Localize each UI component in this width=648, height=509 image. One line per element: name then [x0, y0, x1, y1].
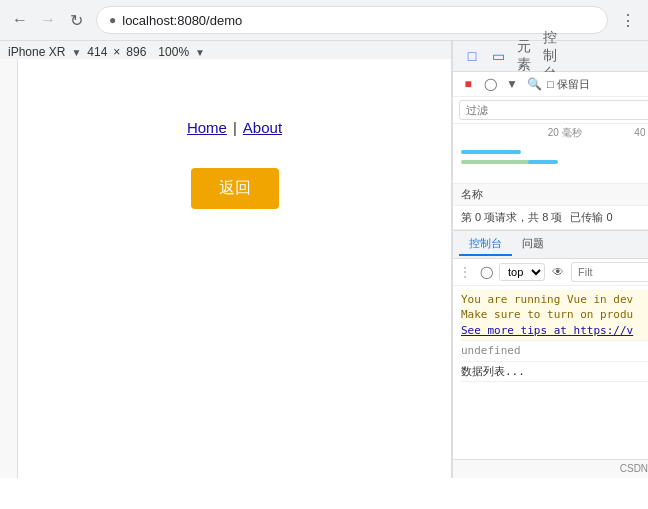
- nav-separator: |: [233, 119, 237, 136]
- lock-icon: ●: [109, 13, 116, 27]
- console-toolbar: ⋮ ◯ top 👁: [453, 259, 648, 286]
- bottom-bar: CSDN @可爱的小土豆: [453, 459, 648, 478]
- data-list-msg: 数据列表...: [461, 362, 648, 382]
- column-header: 名称: [453, 184, 648, 206]
- filter-input[interactable]: [459, 100, 648, 120]
- reload-button[interactable]: ↻: [64, 8, 88, 32]
- transferred-stat: 已传输 0: [570, 210, 612, 225]
- timeline-bars: [453, 142, 648, 182]
- console-tab[interactable]: 控制台: [539, 45, 561, 67]
- tl-40ms: 40 毫: [634, 126, 648, 140]
- preserve-label: □ 保留日: [547, 77, 590, 92]
- back-btn[interactable]: 返回: [191, 168, 279, 209]
- search-btn[interactable]: 🔍: [525, 75, 543, 93]
- forward-button[interactable]: →: [36, 8, 60, 32]
- console-tabs: 控制台 问题: [453, 230, 648, 259]
- more-button[interactable]: ⋮: [616, 8, 640, 32]
- tl-bar-blue2: [528, 160, 558, 164]
- requests-stat: 第 0 项请求，共 8 项: [461, 210, 562, 225]
- devtools-header: □ ▭ 元素 控制台: [453, 41, 648, 72]
- vue-warning-msg: You are running Vue in dev Make sure to …: [461, 290, 648, 341]
- zoom-value: 100%: [158, 45, 189, 59]
- device-icon-btn[interactable]: ▭: [487, 45, 509, 67]
- drag-handle: ⋮: [459, 265, 471, 279]
- console-filter-input[interactable]: [571, 262, 648, 282]
- vue-link[interactable]: See more tips at https://v: [461, 324, 633, 337]
- eye-btn[interactable]: 👁: [549, 263, 567, 281]
- dimension-x: ×: [113, 45, 120, 59]
- device-name: iPhone XR: [8, 45, 65, 59]
- webpage-content: Home | About 返回: [18, 59, 451, 478]
- back-button[interactable]: ←: [8, 8, 32, 32]
- timeline-area: 20 毫秒 40 毫: [453, 124, 648, 184]
- tab-issues[interactable]: 问题: [512, 233, 554, 256]
- device-width: 414: [87, 45, 107, 59]
- undefined-msg: undefined: [461, 341, 648, 361]
- top-selector[interactable]: top: [499, 263, 545, 281]
- console-content: You are running Vue in dev Make sure to …: [453, 286, 648, 459]
- filter-row: ▷: [453, 97, 648, 124]
- webpage-area: iPhone XR ▼ 414 × 896 100% ▼ Home | Abou…: [0, 41, 452, 478]
- tl-bar-blue: [461, 150, 521, 154]
- name-column-label: 名称: [461, 188, 483, 200]
- home-link[interactable]: Home: [187, 119, 227, 136]
- nav-links: Home | About: [187, 119, 282, 136]
- url-text: localhost:8080/demo: [122, 13, 242, 28]
- nav-buttons: ← → ↻: [8, 8, 88, 32]
- network-toolbar: ■ ◯ ▼ 🔍 □ 保留日: [453, 72, 648, 97]
- inspect-icon-btn[interactable]: □: [461, 45, 483, 67]
- device-height: 896: [126, 45, 146, 59]
- about-link[interactable]: About: [243, 119, 282, 136]
- tl-20ms: 20 毫秒: [548, 126, 635, 140]
- record-btn[interactable]: ■: [459, 75, 477, 93]
- zoom-arrow: ▼: [195, 47, 205, 58]
- main-layout: iPhone XR ▼ 414 × 896 100% ▼ Home | Abou…: [0, 41, 648, 478]
- devtools-panel: □ ▭ 元素 控制台 ■ ◯ ▼ 🔍 □ 保留日 ▷ 20 毫秒: [452, 41, 648, 478]
- tab-console[interactable]: 控制台: [459, 233, 512, 256]
- elements-tab[interactable]: 元素: [513, 45, 535, 67]
- ruler-left: [0, 59, 18, 478]
- block-btn[interactable]: ◯: [481, 75, 499, 93]
- address-bar[interactable]: ● localhost:8080/demo: [96, 6, 608, 34]
- network-stats: 第 0 项请求，共 8 项 已传输 0: [453, 206, 648, 230]
- device-arrow: ▼: [71, 47, 81, 58]
- console-block-btn[interactable]: ◯: [477, 263, 495, 281]
- filter-btn[interactable]: ▼: [503, 75, 521, 93]
- timeline-labels: 20 毫秒 40 毫: [453, 124, 648, 142]
